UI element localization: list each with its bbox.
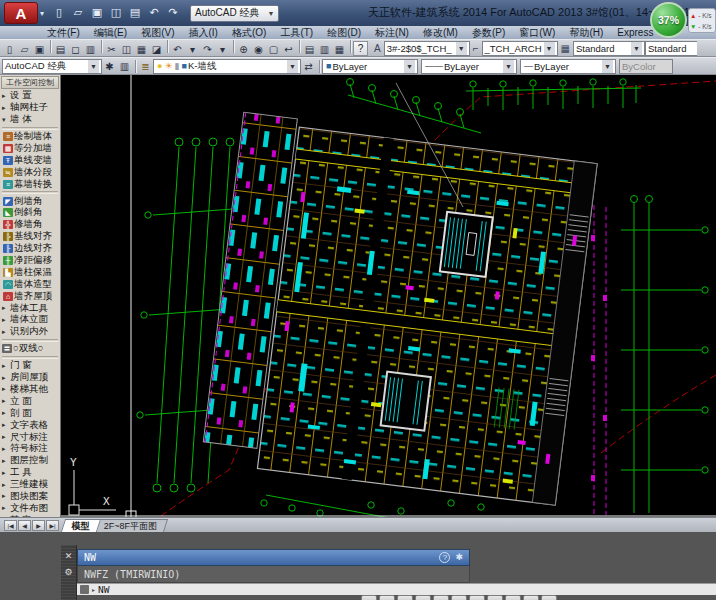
sidebar-item[interactable]: ▸ ▸ 工 具 — [0, 467, 60, 479]
menu-item[interactable]: 文件(F) — [40, 26, 87, 39]
sidebar-item[interactable]: ▸ ▸ 墙体工具 — [0, 302, 60, 314]
sidebar-item[interactable]: ▸ ▸ 门 窗 — [0, 360, 60, 372]
sidebar-item[interactable]: ◠ ◠ 墙体造型 — [0, 278, 60, 290]
dim-style-combo[interactable]: _TCH_ARCH ▼ — [482, 41, 558, 56]
drawing-canvas[interactable]: Y X — [61, 75, 716, 517]
sidebar-item[interactable]: ⌂ ⌂ 墙齐屋顶 — [0, 290, 60, 302]
toolbar-button[interactable]: ▢ — [266, 42, 281, 57]
toolbar-button[interactable]: ↩ — [281, 42, 296, 57]
toolbar-button[interactable]: ✂ — [104, 42, 119, 57]
menu-item[interactable]: 插入(I) — [181, 26, 224, 39]
sidebar-item[interactable]: ▸ ▸ 符号标注 — [0, 443, 60, 455]
sidebar-item[interactable]: ╫ ╫ 净距偏移 — [0, 255, 60, 267]
toolbar-button[interactable]: ◉ — [251, 42, 266, 57]
layer-sync-button[interactable]: ⇄ — [301, 59, 316, 74]
sidebar-item[interactable]: ▸ ▸ 尺寸标注 — [0, 431, 60, 443]
sidebar-item[interactable]: ▸ ▸ 墙体立面 — [0, 314, 60, 326]
workspace-panel-button[interactable]: ▥ — [117, 59, 132, 74]
status-toggle-button[interactable] — [487, 595, 503, 600]
workspace-combo[interactable]: AutoCAD 经典 ▼ — [2, 59, 102, 74]
sidebar-item[interactable]: ▸ ▸ 立 面 — [0, 395, 60, 407]
layer-combo[interactable]: ● ☀ ▮ ■ K-墙线 ▼ — [153, 59, 301, 74]
toolbar-button[interactable]: ▤ — [53, 42, 68, 57]
autocad-logo[interactable]: A — [4, 2, 38, 24]
toolbar-button[interactable]: ▥ — [317, 42, 332, 57]
logo-caret-icon[interactable]: ▾ — [40, 9, 44, 18]
status-toggle-button[interactable] — [469, 595, 485, 600]
tab-nav-button[interactable]: ◀ — [18, 520, 31, 531]
sidebar-item[interactable]: ≡ ≡ 绘制墙体 — [0, 131, 60, 143]
sidebar-item[interactable]: ≡ ≡ 幕墙转换 — [0, 178, 60, 190]
sidebar-item[interactable]: ▸ ▸ 轴网柱子 — [0, 102, 60, 114]
status-toggle-button[interactable] — [505, 595, 521, 600]
menu-item[interactable]: 绘图(D) — [320, 26, 368, 39]
toolbar-button[interactable]: ◻ — [68, 42, 83, 57]
quick-access-button[interactable]: ▱ — [69, 4, 87, 22]
status-toggle-button[interactable] — [361, 595, 377, 600]
command-input-line[interactable]: ▸ NW — [77, 583, 716, 595]
status-toggle-button[interactable] — [523, 595, 539, 600]
workspace-switcher[interactable]: AutoCAD 经典 ▼ — [190, 5, 279, 22]
toolbar-button[interactable]: ▦ — [332, 42, 347, 57]
menu-item[interactable]: 参数(P) — [465, 26, 512, 39]
table-style-combo[interactable]: Standard ▼ — [573, 41, 645, 56]
help-icon[interactable]: ? — [439, 552, 450, 563]
mleader-style-combo[interactable]: Standard — [645, 41, 697, 56]
autocomplete-selected-row[interactable]: NW ? ✱ — [77, 549, 470, 566]
status-toggle-button[interactable] — [379, 595, 395, 600]
quick-access-button[interactable]: ↶ — [145, 4, 163, 22]
status-toggle-button[interactable] — [415, 595, 431, 600]
sidebar-item[interactable]: ▸ ▸ 房间屋顶 — [0, 372, 60, 384]
speed-ball-widget[interactable]: ▲ - K/s ▼ - K/s 37% — [648, 1, 716, 39]
sidebar-item[interactable]: Ŧ Ŧ 单线变墙 — [0, 154, 60, 166]
tab-nav-button[interactable]: ▶ — [32, 520, 45, 531]
toolbar-button[interactable]: ▾ — [215, 42, 230, 57]
status-toggle-button[interactable] — [541, 595, 557, 600]
toolbar-button[interactable]: ▣ — [32, 42, 47, 57]
quick-access-button[interactable]: ◫ — [107, 4, 125, 22]
sidebar-item[interactable]: ▸ ▸ 文件布图 — [0, 502, 60, 514]
status-toggle-button[interactable] — [433, 595, 449, 600]
toolbar-button[interactable]: ↷ — [200, 42, 215, 57]
sidebar-item[interactable]: ◣ ◣ 倒斜角 — [0, 207, 60, 219]
quick-access-button[interactable]: ▤ — [126, 4, 144, 22]
sidebar-item[interactable]: 〓 〓 ○双线○ — [0, 343, 60, 355]
menu-item[interactable]: 帮助(H) — [562, 26, 610, 39]
sidebar-item[interactable]: ▙ ▙ 墙柱保温 — [0, 266, 60, 278]
sidebar-item[interactable]: ▸ ▸ 楼梯其他 — [0, 383, 60, 395]
text-style-combo[interactable]: 3#-2$0$_TCH_ ▼ — [384, 41, 470, 56]
sidebar-item[interactable]: ▸ ▸ 识别内外 — [0, 326, 60, 338]
command-options-icon[interactable] — [80, 585, 89, 594]
layer-lock-icon[interactable]: ▮ — [175, 61, 180, 71]
toolbar-button[interactable]: ▾ — [185, 42, 200, 57]
sidebar-item[interactable]: ▸ ▸ 三维建模 — [0, 479, 60, 491]
menu-item[interactable]: 工具(T) — [273, 26, 320, 39]
sidebar-item[interactable]: ≒ ≒ 墙体分段 — [0, 166, 60, 178]
toolbar-button[interactable]: ⊕ — [236, 42, 251, 57]
status-toggle-button[interactable] — [451, 595, 467, 600]
layer-manager-button[interactable]: ≣ — [138, 59, 153, 74]
sidebar-item[interactable]: ▾ ▾ 墙 体 — [0, 114, 60, 126]
tab-nav-button[interactable]: ▶| — [46, 520, 59, 531]
status-toggle-button[interactable] — [397, 595, 413, 600]
menu-item[interactable]: 编辑(E) — [87, 26, 134, 39]
toolbar-button[interactable]: ◫ — [119, 42, 134, 57]
sidebar-item[interactable]: ╬ ╬ 修墙角 — [0, 219, 60, 231]
layout-tab[interactable]: 模型 — [61, 519, 101, 532]
layout-tab[interactable]: 2F~8F平面图 — [93, 519, 168, 532]
menu-item[interactable]: 标注(N) — [368, 26, 416, 39]
menu-item[interactable]: 格式(O) — [225, 26, 273, 39]
toolbar-button[interactable]: ▯ — [2, 42, 17, 57]
sidebar-item[interactable]: ▦ ▦ 等分加墙 — [0, 143, 60, 155]
sidebar-item[interactable]: ╟ ╟ 边线对齐 — [0, 243, 60, 255]
sidebar-item[interactable]: ▸ ▸ 图块图案 — [0, 491, 60, 503]
sidebar-item[interactable]: ▸ ▸ 图层控制 — [0, 455, 60, 467]
tab-nav-button[interactable]: |◀ — [4, 520, 17, 531]
close-icon[interactable]: ✕ — [61, 551, 76, 561]
menu-item[interactable]: 修改(M) — [416, 26, 465, 39]
menu-item[interactable]: 窗口(W) — [512, 26, 562, 39]
sidebar-item[interactable]: ◤ ◤ 倒墙角 — [0, 195, 60, 207]
command-palette-grip[interactable]: ✕ ⚙ — [61, 545, 77, 600]
autocomplete-suggestion-row[interactable]: NWFZ (TMIRWINIO) — [77, 566, 470, 583]
memory-percent-ball[interactable]: 37% — [650, 2, 687, 38]
